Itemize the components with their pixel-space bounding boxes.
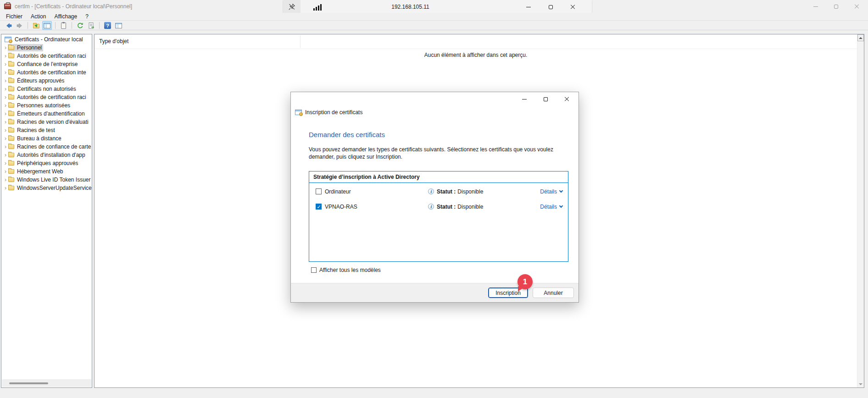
tree-item[interactable]: Racines de test bbox=[1, 126, 92, 134]
chevron-right-icon[interactable] bbox=[3, 118, 8, 126]
open-folder-icon bbox=[33, 24, 39, 28]
tree-item[interactable]: Émetteurs d'authentification bbox=[1, 110, 92, 118]
chevron-right-icon[interactable] bbox=[3, 143, 8, 151]
chevron-right-icon[interactable] bbox=[3, 126, 8, 134]
show-console-tree-button[interactable] bbox=[42, 21, 52, 30]
folder-icon bbox=[8, 70, 14, 75]
chevron-right-icon[interactable] bbox=[3, 93, 8, 101]
chevron-right-icon[interactable] bbox=[3, 44, 8, 52]
vpnao-ras-checkbox[interactable] bbox=[316, 204, 322, 210]
tree-item-label: Autorités de certification raci bbox=[17, 94, 86, 100]
export-list-button[interactable] bbox=[86, 21, 96, 30]
menu-fichier[interactable]: Fichier bbox=[2, 13, 27, 21]
tree-item-label: Windows Live ID Token Issuer bbox=[17, 177, 91, 183]
details-expander[interactable]: Détails bbox=[540, 188, 562, 195]
info-icon[interactable] bbox=[428, 204, 434, 210]
folder-icon bbox=[8, 62, 14, 66]
column-header-object-type[interactable]: Type d'objet bbox=[99, 34, 128, 48]
vertical-scrollbar[interactable] bbox=[857, 34, 864, 387]
tree-item[interactable]: Autorités d'installation d'app bbox=[1, 151, 92, 159]
new-window-button[interactable] bbox=[114, 21, 123, 30]
tree-item-label: Racines de confiance de carte bbox=[17, 144, 91, 150]
scrollbar-thumb[interactable] bbox=[9, 382, 48, 384]
chevron-right-icon[interactable] bbox=[3, 184, 8, 192]
dialog-close-button[interactable] bbox=[556, 92, 577, 106]
tree-item[interactable]: Confiance de l'entreprise bbox=[1, 60, 92, 68]
folder-icon bbox=[8, 78, 14, 83]
tree-item[interactable]: Périphériques approuvés bbox=[1, 159, 92, 167]
tree-item[interactable]: Racines de confiance de carte bbox=[1, 143, 92, 151]
chevron-right-icon[interactable] bbox=[3, 101, 8, 110]
folder-icon bbox=[8, 128, 14, 133]
tree-item[interactable]: Certificats non autorisés bbox=[1, 85, 92, 93]
ordinateur-checkbox[interactable] bbox=[316, 188, 322, 194]
scroll-up-button[interactable] bbox=[857, 34, 864, 41]
chevron-right-icon[interactable] bbox=[3, 77, 8, 85]
tree-item[interactable]: Éditeurs approuvés bbox=[1, 77, 92, 85]
tree-item[interactable]: Hébergement Web bbox=[1, 167, 92, 176]
restore-button[interactable] bbox=[826, 0, 846, 13]
tree-item[interactable]: Autorités de certification inte bbox=[1, 68, 92, 77]
rdp-restore-button[interactable] bbox=[540, 0, 562, 14]
tree-item[interactable]: WindowsServerUpdateService bbox=[1, 184, 92, 192]
folder-icon bbox=[8, 169, 14, 174]
chevron-right-icon[interactable] bbox=[3, 159, 8, 167]
annuler-button[interactable]: Annuler bbox=[533, 287, 574, 298]
close-icon bbox=[570, 4, 575, 10]
tree-item-personnel[interactable]: Personnel bbox=[1, 44, 92, 52]
close-icon bbox=[854, 4, 860, 9]
clipboard-icon bbox=[61, 22, 66, 29]
chevron-right-icon[interactable] bbox=[3, 176, 8, 184]
tree-item[interactable]: Autorités de certification raci bbox=[1, 93, 92, 101]
dialog-minimize-button[interactable] bbox=[514, 92, 535, 106]
forward-button[interactable] bbox=[15, 21, 24, 30]
refresh-button[interactable] bbox=[75, 21, 85, 30]
chevron-right-icon[interactable] bbox=[3, 52, 8, 60]
toolbar-separator bbox=[72, 22, 72, 29]
rdp-minimize-button[interactable] bbox=[517, 0, 540, 14]
show-all-templates-checkbox[interactable] bbox=[311, 267, 317, 273]
menu-affichage[interactable]: Affichage bbox=[50, 13, 81, 21]
tree-item[interactable]: Windows Live ID Token Issuer bbox=[1, 176, 92, 184]
tree-item[interactable]: Bureau à distance bbox=[1, 134, 92, 143]
signal-icon[interactable] bbox=[313, 4, 322, 11]
new-window-icon bbox=[115, 23, 122, 28]
minimize-button[interactable] bbox=[805, 0, 826, 13]
chevron-right-icon[interactable] bbox=[3, 151, 8, 159]
info-icon[interactable] bbox=[428, 188, 434, 194]
back-button[interactable] bbox=[4, 21, 13, 30]
restore-icon bbox=[549, 5, 553, 9]
dialog-maximize-button[interactable] bbox=[535, 92, 556, 106]
column-separator[interactable] bbox=[300, 35, 300, 48]
chevron-right-icon[interactable] bbox=[3, 110, 8, 118]
tree-item-label: Éditeurs approuvés bbox=[17, 77, 64, 84]
template-row-ordinateur: Ordinateur Statut : Disponible Détails bbox=[309, 185, 568, 198]
inscription-button[interactable]: Inscription bbox=[488, 287, 528, 298]
pin-button[interactable] bbox=[283, 0, 300, 14]
menu-help[interactable]: ? bbox=[81, 13, 93, 21]
chevron-right-icon[interactable] bbox=[3, 167, 8, 176]
tree-item-label: Racines de test bbox=[17, 127, 55, 133]
chevron-right-icon[interactable] bbox=[3, 68, 8, 77]
tree-item-label: Certificats non autorisés bbox=[17, 86, 76, 92]
menu-action[interactable]: Action bbox=[27, 13, 50, 21]
enrollment-policy-header: Stratégie d’inscription à Active Directo… bbox=[309, 171, 568, 183]
help-button[interactable] bbox=[103, 21, 112, 30]
tree-item[interactable]: Personnes autorisées bbox=[1, 101, 92, 110]
details-expander[interactable]: Détails bbox=[540, 204, 562, 210]
chevron-right-icon[interactable] bbox=[3, 134, 8, 143]
window-title: certlm - [Certificats - Ordinateur local… bbox=[15, 3, 132, 10]
chevron-right-icon[interactable] bbox=[3, 60, 8, 68]
tree-root-certificates[interactable]: Certificats - Ordinateur local bbox=[1, 35, 92, 44]
chevron-right-icon[interactable] bbox=[3, 85, 8, 93]
tree-item[interactable]: Racines de version d'évaluati bbox=[1, 118, 92, 126]
open-folder-button[interactable] bbox=[31, 21, 41, 30]
tree-horizontal-scrollbar[interactable] bbox=[2, 379, 91, 387]
clipboard-button[interactable] bbox=[59, 21, 68, 30]
rdp-close-button[interactable] bbox=[562, 0, 584, 14]
rdp-connection-bar: 192.168.105.11 bbox=[283, 0, 592, 14]
scroll-down-button[interactable] bbox=[857, 381, 864, 387]
empty-list-message: Aucun élément à afficher dans cet aperçu… bbox=[95, 52, 857, 58]
close-button[interactable] bbox=[846, 0, 867, 13]
tree-item[interactable]: Autorités de certification raci bbox=[1, 52, 92, 60]
